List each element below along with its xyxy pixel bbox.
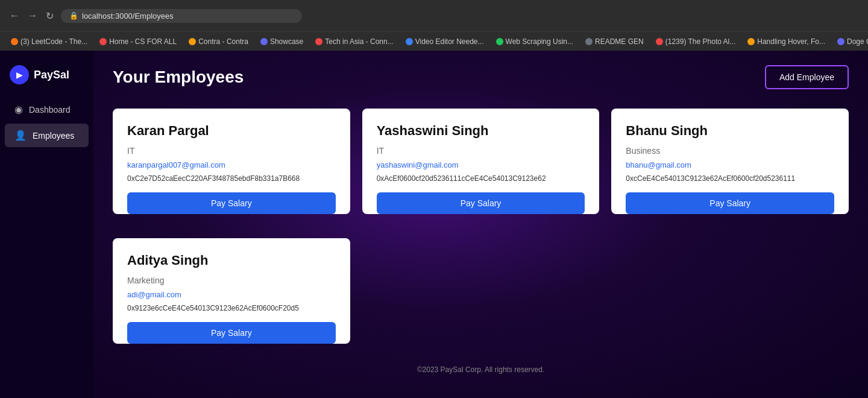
footer: ©2023 PaySal Corp. All rights reserved. xyxy=(113,356,849,384)
employee-email: yashaswini@gmail.com xyxy=(377,160,585,169)
browser-nav[interactable]: ← → ↻ xyxy=(7,8,56,24)
logo-text: PaySal xyxy=(34,69,69,81)
dashboard-icon: ◉ xyxy=(14,104,23,115)
bookmark-techinasia[interactable]: Tech in Asia - Conn... xyxy=(310,36,398,47)
main-content: Your Employees Add Employee Karan Pargal… xyxy=(93,51,868,398)
employee-email: bhanu@gmail.com xyxy=(626,160,834,169)
bookmark-showcase[interactable]: Showcase xyxy=(256,36,308,47)
bookmark-label: README GEN xyxy=(595,37,644,46)
logo: ▶ PaySal xyxy=(0,60,93,96)
sidebar-employees-label: Employees xyxy=(33,131,74,141)
bookmark-label: Video Editor Neede... xyxy=(415,37,484,46)
bookmark-video[interactable]: Video Editor Neede... xyxy=(401,36,489,47)
bookmark-webscraping[interactable]: Web Scraping Usin... xyxy=(491,36,579,47)
forward-button[interactable]: → xyxy=(25,8,40,24)
add-employee-button[interactable]: Add Employee xyxy=(765,65,849,89)
employee-card-aditya: Aditya Singh Marketing adi@gmail.com 0x9… xyxy=(113,238,350,344)
logo-icon: ▶ xyxy=(10,65,29,84)
bookmark-doge[interactable]: Doge Capital #0 -... xyxy=(832,36,868,47)
pay-salary-button-yashaswini[interactable]: Pay Salary xyxy=(377,192,585,214)
back-button[interactable]: ← xyxy=(7,8,22,24)
bookmark-contra[interactable]: Contra - Contra xyxy=(184,36,253,47)
refresh-button[interactable]: ↻ xyxy=(43,8,56,24)
bookmark-label: Web Scraping Usin... xyxy=(506,37,574,46)
lock-icon: 🔒 xyxy=(69,11,78,20)
bookmark-csforall[interactable]: Home - CS FOR ALL xyxy=(95,36,181,47)
bookmark-photo[interactable]: (1239) The Photo Al... xyxy=(651,36,741,47)
footer-text: ©2023 PaySal Corp. All rights reserved. xyxy=(417,365,545,374)
employee-wallet: 0xAcEf0600cf20d5236111cCeE4Ce54013C9123e… xyxy=(377,174,585,183)
employee-name: Karan Pargal xyxy=(127,123,336,139)
bookmark-label: (3) LeetCode - The... xyxy=(20,37,87,46)
employees-icon: 👤 xyxy=(14,130,27,141)
employee-department: IT xyxy=(127,146,336,156)
employee-name: Bhanu Singh xyxy=(626,123,834,139)
employee-card-karan: Karan Pargal IT karanpargal007@gmail.com… xyxy=(113,109,350,214)
browser-bar: ← → ↻ 🔒 localhost:3000/Employees xyxy=(0,0,868,31)
pay-salary-button-karan[interactable]: Pay Salary xyxy=(127,192,336,214)
bookmark-label: Tech in Asia - Conn... xyxy=(325,37,393,46)
employee-card-yashaswini: Yashaswini Singh IT yashaswini@gmail.com… xyxy=(362,109,600,214)
bookmark-leetcode[interactable]: (3) LeetCode - The... xyxy=(6,36,92,47)
sidebar-dashboard-label: Dashboard xyxy=(29,105,71,115)
sidebar-item-dashboard[interactable]: ◉ Dashboard xyxy=(5,98,89,121)
employee-name: Yashaswini Singh xyxy=(377,123,585,139)
url-text: localhost:3000/Employees xyxy=(82,11,174,21)
bookmark-hover[interactable]: Handling Hover, Fo... xyxy=(743,36,830,47)
employee-name: Aditya Singh xyxy=(127,253,336,268)
sidebar-item-employees[interactable]: 👤 Employees xyxy=(5,124,89,147)
bookmark-label: Handling Hover, Fo... xyxy=(757,37,825,46)
page-title: Your Employees xyxy=(113,68,244,87)
bookmark-label: Contra - Contra xyxy=(198,37,248,46)
pay-salary-button-bhanu[interactable]: Pay Salary xyxy=(626,192,834,214)
employees-grid: Karan Pargal IT karanpargal007@gmail.com… xyxy=(113,109,849,356)
pay-salary-button-aditya[interactable]: Pay Salary xyxy=(127,322,336,344)
bookmark-label: Showcase xyxy=(270,37,303,46)
employee-wallet: 0x9123e6cCeE4Ce54013C9123e62AcEf0600cF20… xyxy=(127,304,336,312)
bookmark-readme[interactable]: README GEN xyxy=(580,36,649,47)
employee-department: Business xyxy=(626,146,834,156)
employee-email: adi@gmail.com xyxy=(127,290,336,299)
employee-wallet: 0xC2e7D52caEecC220AF3f48785ebdF8b331a7B6… xyxy=(127,174,336,183)
employee-card-bhanu: Bhanu Singh Business bhanu@gmail.com 0xc… xyxy=(611,109,849,214)
bookmarks-bar: (3) LeetCode - The... Home - CS FOR ALL … xyxy=(0,31,868,51)
employee-wallet: 0xcCeE4Ce54013C9123e62AcEf0600cf20d52361… xyxy=(626,174,834,183)
bookmark-label: Doge Capital #0 -... xyxy=(847,37,868,46)
page-header: Your Employees Add Employee xyxy=(113,65,849,89)
bookmark-label: (1239) The Photo Al... xyxy=(665,37,736,46)
app-container: ▶ PaySal ◉ Dashboard 👤 Employees Your Em… xyxy=(0,51,868,398)
sidebar: ▶ PaySal ◉ Dashboard 👤 Employees xyxy=(0,51,93,398)
employee-department: Marketing xyxy=(127,276,336,285)
address-bar[interactable]: 🔒 localhost:3000/Employees xyxy=(61,9,302,23)
employee-department: IT xyxy=(377,146,585,156)
employee-email: karanpargal007@gmail.com xyxy=(127,160,336,169)
bookmark-label: Home - CS FOR ALL xyxy=(109,37,177,46)
